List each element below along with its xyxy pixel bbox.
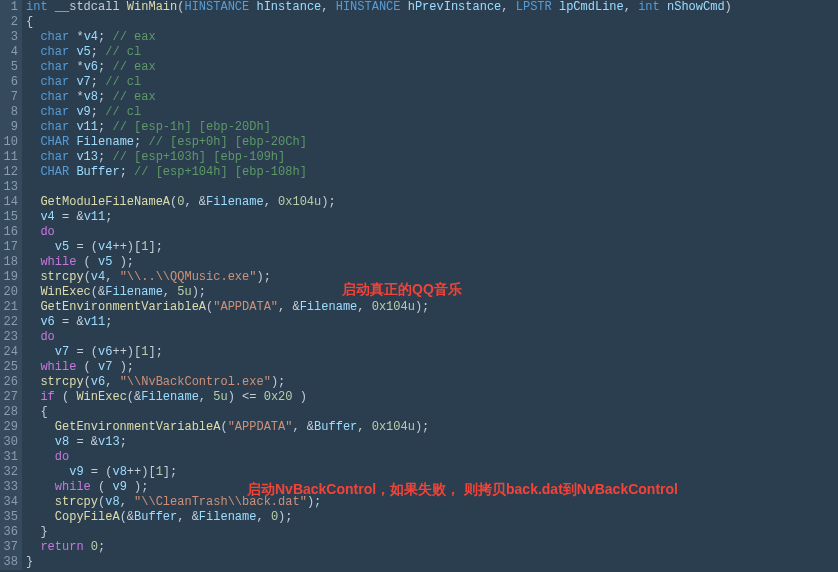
token-kw: do: [40, 225, 54, 239]
line-number: 19: [2, 270, 18, 285]
token-op: [26, 195, 40, 209]
code-line[interactable]: GetEnvironmentVariableA("APPDATA", &File…: [26, 300, 838, 315]
code-line[interactable]: char *v6; // eax: [26, 60, 838, 75]
token-type: LPSTR: [516, 0, 552, 14]
token-num: 0x104u: [278, 195, 321, 209]
token-op: [26, 30, 40, 44]
token-punct: , &: [177, 510, 199, 524]
token-punct: );: [307, 495, 321, 509]
code-line[interactable]: GetEnvironmentVariableA("APPDATA", &Buff…: [26, 420, 838, 435]
token-punct: ,: [163, 285, 177, 299]
code-line[interactable]: char v11; // [esp-1h] [ebp-20Dh]: [26, 120, 838, 135]
code-line[interactable]: }: [26, 555, 838, 570]
token-punct: ,: [105, 375, 119, 389]
token-punct: );: [271, 375, 285, 389]
token-op: [26, 540, 40, 554]
line-number: 18: [2, 255, 18, 270]
line-number: 31: [2, 450, 18, 465]
code-line[interactable]: GetModuleFileNameA(0, &Filename, 0x104u)…: [26, 195, 838, 210]
token-punct: ];: [163, 465, 177, 479]
token-kw: while: [55, 480, 91, 494]
code-line[interactable]: v9 = (v8++)[1];: [26, 465, 838, 480]
token-op: [26, 300, 40, 314]
code-line[interactable]: char v5; // cl: [26, 45, 838, 60]
code-line[interactable]: {: [26, 15, 838, 30]
token-num: 0x104u: [372, 420, 415, 434]
code-line[interactable]: CopyFileA(&Buffer, &Filename, 0);: [26, 510, 838, 525]
token-func: GetModuleFileNameA: [40, 195, 170, 209]
token-op: [84, 540, 91, 554]
token-var: Filename: [105, 285, 163, 299]
token-type: char: [40, 105, 69, 119]
code-line[interactable]: CHAR Filename; // [esp+0h] [ebp-20Ch]: [26, 135, 838, 150]
code-line[interactable]: char v13; // [esp+103h] [ebp-109h]: [26, 150, 838, 165]
token-var: v9: [69, 465, 83, 479]
token-var: nShowCmd: [660, 0, 725, 14]
token-num: 0: [91, 540, 98, 554]
token-type: int: [26, 0, 48, 14]
code-area[interactable]: 启动真正的QQ音乐 启动NvBackControl，如果失败， 则拷贝back.…: [22, 0, 838, 570]
code-line[interactable]: char *v4; // eax: [26, 30, 838, 45]
token-punct: ;: [98, 540, 105, 554]
token-op: [26, 480, 55, 494]
token-op: = (: [69, 240, 98, 254]
code-line[interactable]: strcpy(v6, "\\NvBackControl.exe");: [26, 375, 838, 390]
token-op: [26, 75, 40, 89]
code-line[interactable]: CHAR Buffer; // [esp+104h] [ebp-108h]: [26, 165, 838, 180]
code-line[interactable]: while ( v5 );: [26, 255, 838, 270]
code-line[interactable]: v4 = &v11;: [26, 210, 838, 225]
code-line[interactable]: {: [26, 405, 838, 420]
token-op: ++)[: [112, 345, 141, 359]
code-line[interactable]: if ( WinExec(&Filename, 5u) <= 0x20 ): [26, 390, 838, 405]
code-line[interactable]: int __stdcall WinMain(HINSTANCE hInstanc…: [26, 0, 838, 15]
line-number: 37: [2, 540, 18, 555]
token-op: *: [69, 90, 83, 104]
token-kw: return: [40, 540, 83, 554]
token-func: WinMain: [127, 0, 177, 14]
code-line[interactable]: do: [26, 330, 838, 345]
token-op: [26, 345, 55, 359]
code-line[interactable]: v6 = &v11;: [26, 315, 838, 330]
token-var: Filename: [199, 510, 257, 524]
token-var: Buffer: [314, 420, 357, 434]
token-var: v7: [69, 75, 91, 89]
token-var: v8: [55, 435, 69, 449]
token-punct: ,: [105, 270, 119, 284]
code-line[interactable]: strcpy(v8, "\\CleanTrash\\back.dat");: [26, 495, 838, 510]
code-line[interactable]: do: [26, 225, 838, 240]
code-line[interactable]: return 0;: [26, 540, 838, 555]
token-comment: // [esp+103h] [ebp-109h]: [112, 150, 285, 164]
code-line[interactable]: while ( v7 );: [26, 360, 838, 375]
token-op: [26, 330, 40, 344]
token-op: [26, 510, 55, 524]
code-editor[interactable]: 1234567891011121314151617181920212223242…: [0, 0, 838, 570]
token-punct: ;: [91, 75, 105, 89]
code-line[interactable]: char v7; // cl: [26, 75, 838, 90]
line-number: 9: [2, 120, 18, 135]
token-type: char: [40, 75, 69, 89]
code-line[interactable]: char v9; // cl: [26, 105, 838, 120]
code-line[interactable]: char *v8; // eax: [26, 90, 838, 105]
code-line[interactable]: }: [26, 525, 838, 540]
token-str: "\\..\\QQMusic.exe": [120, 270, 257, 284]
token-punct: ;: [91, 105, 105, 119]
code-line[interactable]: [26, 180, 838, 195]
token-op: (: [91, 480, 113, 494]
code-line[interactable]: do: [26, 450, 838, 465]
line-number: 5: [2, 60, 18, 75]
code-line[interactable]: v5 = (v4++)[1];: [26, 240, 838, 255]
line-number: 17: [2, 240, 18, 255]
token-var: v11: [84, 315, 106, 329]
line-number: 33: [2, 480, 18, 495]
token-op: [26, 420, 55, 434]
annotation-nvbackcontrol: 启动NvBackControl，如果失败， 则拷贝back.dat到NvBack…: [247, 482, 678, 497]
token-num: 5u: [177, 285, 191, 299]
line-number: 21: [2, 300, 18, 315]
token-var: Buffer: [69, 165, 119, 179]
code-line[interactable]: v7 = (v6++)[1];: [26, 345, 838, 360]
token-op: ++)[: [127, 465, 156, 479]
token-num: 0: [271, 510, 278, 524]
line-number: 20: [2, 285, 18, 300]
token-op: }: [26, 525, 48, 539]
code-line[interactable]: v8 = &v13;: [26, 435, 838, 450]
